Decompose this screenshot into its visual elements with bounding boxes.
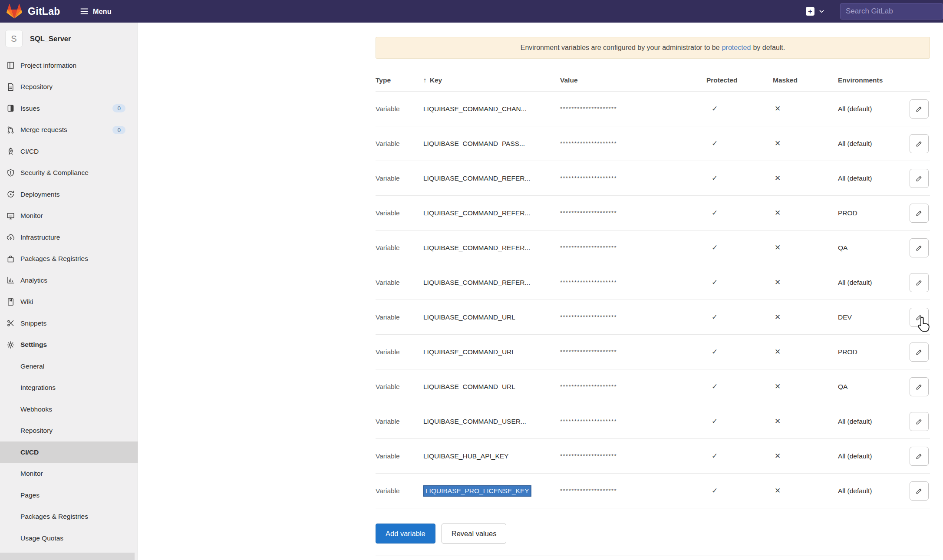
chevron-down-icon[interactable] [819, 7, 824, 15]
variable-environment: All (default) [838, 487, 910, 495]
edit-variable-button[interactable] [910, 238, 929, 257]
edit-variable-button[interactable] [910, 308, 929, 327]
edit-variable-button[interactable] [910, 377, 929, 396]
edit-variable-button[interactable] [910, 169, 929, 188]
variable-value-masked: ******************** [560, 210, 706, 216]
settings-subitem-ci-cd-active[interactable]: CI/CD [0, 441, 138, 463]
pencil-icon [915, 487, 923, 495]
masked-cross-icon: ✕ [769, 104, 838, 113]
sidebar-item-project-information[interactable]: Project information [0, 55, 138, 76]
variable-environment: DEV [838, 313, 910, 321]
sidebar-item-deployments[interactable]: Deployments [0, 184, 138, 205]
masked-cross-icon: ✕ [769, 208, 838, 217]
edit-variable-button[interactable] [910, 481, 929, 501]
project-header[interactable]: S SQL_Server [0, 23, 138, 55]
protected-check-icon: ✓ [706, 417, 769, 426]
issues-count-badge: 0 [112, 104, 125, 112]
sidebar-item-issues[interactable]: Issues 0 [0, 98, 138, 119]
section-divider [376, 556, 930, 556]
sidebar-item-ci-cd[interactable]: CI/CD [0, 141, 138, 162]
protected-link[interactable]: protected [722, 44, 751, 52]
table-row: Variable LIQUIBASE_COMMAND_REFER... ****… [376, 230, 930, 265]
variable-environment: PROD [838, 348, 910, 356]
shield-icon [6, 168, 15, 178]
gitlab-logo[interactable]: GitLab [6, 3, 60, 19]
pencil-icon [915, 313, 923, 322]
project-avatar: S [5, 30, 23, 47]
edit-variable-button[interactable] [910, 447, 929, 466]
edit-variable-button[interactable] [910, 99, 929, 119]
sidebar-item-snippets[interactable]: Snippets [0, 313, 138, 334]
variable-value-masked: ******************** [560, 279, 706, 286]
masked-cross-icon: ✕ [769, 347, 838, 356]
settings-subitem-pages[interactable]: Pages [0, 484, 138, 506]
settings-subitem-monitor[interactable]: Monitor [0, 463, 138, 485]
protected-check-icon: ✓ [706, 382, 769, 391]
protected-check-icon: ✓ [706, 486, 769, 495]
edit-variable-button[interactable] [910, 343, 929, 362]
variable-environment: All (default) [838, 105, 910, 113]
sidebar-item-wiki[interactable]: Wiki [0, 291, 138, 313]
repository-icon [6, 82, 15, 92]
sidebar-item-infrastructure[interactable]: Infrastructure [0, 227, 138, 248]
chart-icon [6, 276, 15, 285]
protected-check-icon: ✓ [706, 313, 769, 322]
column-header-protected: Protected [706, 76, 769, 84]
variable-environment: PROD [838, 209, 910, 217]
topbar: GitLab Menu + [0, 0, 943, 23]
variable-key: LIQUIBASE_COMMAND_URL [423, 383, 560, 391]
add-variable-button[interactable]: Add variable [376, 524, 435, 544]
table-row: Variable LIQUIBASE_COMMAND_PASS... *****… [376, 126, 930, 161]
settings-subitem-webhooks[interactable]: Webhooks [0, 399, 138, 420]
column-header-masked: Masked [769, 76, 838, 84]
table-row: Variable LIQUIBASE_COMMAND_URL *********… [376, 334, 930, 369]
gear-icon [6, 340, 15, 349]
sidebar-item-settings[interactable]: Settings [0, 334, 138, 356]
masked-cross-icon: ✕ [769, 174, 838, 183]
menu-button[interactable]: Menu [79, 7, 112, 16]
table-row: Variable LIQUIBASE_PRO_LICENSE_KEY *****… [376, 473, 930, 508]
pencil-icon [915, 382, 923, 391]
edit-variable-button[interactable] [910, 134, 929, 153]
admin-protected-banner: Environment variables are configured by … [376, 37, 930, 59]
variable-value-masked: ******************** [560, 244, 706, 251]
sidebar-item-merge-requests[interactable]: Merge requests 0 [0, 119, 138, 141]
variable-environment: All (default) [838, 175, 910, 182]
protected-check-icon: ✓ [706, 139, 769, 148]
reveal-values-button[interactable]: Reveal values [442, 524, 507, 544]
protected-check-icon: ✓ [706, 174, 769, 183]
masked-cross-icon: ✕ [769, 417, 838, 426]
table-header: Type ↑Key Value Protected Masked Environ… [376, 69, 930, 91]
brand-name: GitLab [28, 6, 60, 17]
edit-variable-button[interactable] [910, 273, 929, 292]
edit-variable-button[interactable] [910, 412, 929, 431]
variable-type: Variable [376, 279, 423, 287]
search-input[interactable] [840, 3, 943, 20]
masked-cross-icon: ✕ [769, 451, 838, 461]
masked-cross-icon: ✕ [769, 243, 838, 252]
sidebar-item-packages-registries[interactable]: Packages & Registries [0, 248, 138, 270]
variable-key: LIQUIBASE_COMMAND_REFER... [423, 244, 560, 252]
settings-subitem-general[interactable]: General [0, 356, 138, 377]
variable-key: LIQUIBASE_COMMAND_REFER... [423, 279, 560, 287]
protected-check-icon: ✓ [706, 104, 769, 113]
new-item-button[interactable]: + [806, 7, 814, 16]
sidebar-item-monitor[interactable]: Monitor [0, 205, 138, 227]
sidebar-item-analytics[interactable]: Analytics [0, 270, 138, 291]
settings-subitem-packages-registries[interactable]: Packages & Registries [0, 506, 138, 528]
banner-text-after: by default. [753, 44, 785, 52]
column-header-key[interactable]: ↑Key [423, 76, 560, 84]
variable-type: Variable [376, 418, 423, 425]
variable-value-masked: ******************** [560, 488, 706, 494]
protected-check-icon: ✓ [706, 347, 769, 356]
variables-section: Environment variables are configured by … [376, 23, 930, 560]
sidebar-item-repository[interactable]: Repository [0, 76, 138, 98]
settings-subitem-usage-quotas[interactable]: Usage Quotas [0, 527, 138, 549]
plus-icon: + [808, 8, 812, 15]
edit-variable-button[interactable] [910, 204, 929, 223]
settings-subitem-integrations[interactable]: Integrations [0, 377, 138, 399]
sidebar-item-security-compliance[interactable]: Security & Compliance [0, 162, 138, 184]
table-row: Variable LIQUIBASE_COMMAND_URL *********… [376, 300, 930, 334]
banner-text-before: Environment variables are configured by … [521, 44, 720, 52]
settings-subitem-repository[interactable]: Repository [0, 420, 138, 442]
